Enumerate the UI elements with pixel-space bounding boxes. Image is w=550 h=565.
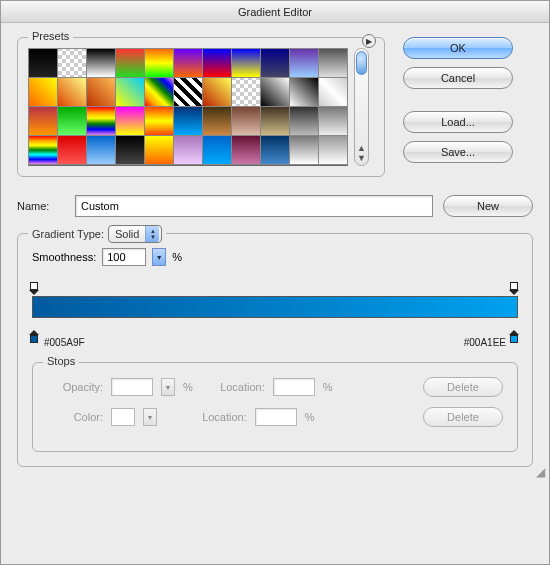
- preset-swatch[interactable]: [87, 107, 115, 135]
- preset-swatch[interactable]: [232, 49, 260, 77]
- gradient-editor-dialog: Gradient Editor Presets ▶ ▲ ▼: [0, 0, 550, 565]
- preset-swatch[interactable]: [116, 78, 144, 106]
- presets-menu-icon[interactable]: ▶: [362, 34, 376, 48]
- opacity-input: [111, 378, 153, 396]
- preset-swatch[interactable]: [319, 78, 347, 106]
- preset-swatch[interactable]: [145, 136, 173, 164]
- color-label: Color:: [47, 411, 103, 423]
- preset-swatch[interactable]: [203, 49, 231, 77]
- preset-swatch[interactable]: [145, 49, 173, 77]
- preset-swatch[interactable]: [58, 136, 86, 164]
- preset-swatch[interactable]: [232, 136, 260, 164]
- color-location-label: Location:: [183, 411, 247, 423]
- preset-swatch[interactable]: [145, 107, 173, 135]
- preset-swatch[interactable]: [174, 49, 202, 77]
- dialog-title: Gradient Editor: [238, 6, 312, 18]
- preset-swatch[interactable]: [232, 107, 260, 135]
- smoothness-input[interactable]: [102, 248, 146, 266]
- opacity-location-label: Location:: [201, 381, 265, 393]
- preset-swatch[interactable]: [319, 49, 347, 77]
- preset-swatch[interactable]: [290, 49, 318, 77]
- preset-swatch[interactable]: [174, 136, 202, 164]
- opacity-dropdown-icon: ▼: [161, 378, 175, 396]
- gradient-type-group: Gradient Type: Solid ▲▼ Smoothness: ▼ %: [17, 233, 533, 467]
- cancel-button[interactable]: Cancel: [403, 67, 513, 89]
- preset-swatch[interactable]: [203, 136, 231, 164]
- preset-swatch[interactable]: [319, 136, 347, 164]
- titlebar[interactable]: Gradient Editor: [1, 1, 549, 23]
- hex-end-label: #00A1EE: [464, 337, 506, 348]
- dialog-content: Presets ▶ ▲ ▼ OK Cancel Lo: [1, 23, 549, 483]
- stops-group: Stops Opacity: ▼ % Location: % Delete Co…: [32, 362, 518, 452]
- preset-swatch[interactable]: [232, 78, 260, 106]
- preset-swatch[interactable]: [116, 107, 144, 135]
- save-button[interactable]: Save...: [403, 141, 513, 163]
- gradient-type-label: Gradient Type:: [32, 228, 104, 240]
- preset-swatch[interactable]: [58, 49, 86, 77]
- gradient-bar[interactable]: [32, 296, 518, 318]
- color-dropdown-icon: ▼: [143, 408, 157, 426]
- opacity-delete-button: Delete: [423, 377, 503, 397]
- color-stop-right[interactable]: [510, 330, 520, 342]
- preset-swatch[interactable]: [87, 49, 115, 77]
- preset-swatch[interactable]: [116, 136, 144, 164]
- preset-swatch[interactable]: [174, 107, 202, 135]
- preset-swatch[interactable]: [87, 78, 115, 106]
- name-label: Name:: [17, 200, 65, 212]
- preset-swatch[interactable]: [29, 49, 57, 77]
- stops-label: Stops: [43, 355, 79, 367]
- resize-grip-icon[interactable]: ◢: [536, 465, 545, 479]
- preset-swatch[interactable]: [290, 136, 318, 164]
- preset-swatch[interactable]: [290, 107, 318, 135]
- opacity-stop-left[interactable]: [30, 282, 40, 294]
- opacity-location-input: [273, 378, 315, 396]
- name-input[interactable]: [75, 195, 433, 217]
- presets-scrollbar[interactable]: ▲ ▼: [354, 48, 369, 166]
- color-stop-left[interactable]: [30, 330, 40, 342]
- preset-swatch[interactable]: [290, 78, 318, 106]
- gradient-type-select[interactable]: Solid ▲▼: [108, 225, 162, 243]
- presets-grid[interactable]: [28, 48, 348, 166]
- preset-swatch[interactable]: [203, 107, 231, 135]
- new-button[interactable]: New: [443, 195, 533, 217]
- preset-swatch[interactable]: [261, 78, 289, 106]
- smoothness-label: Smoothness:: [32, 251, 96, 263]
- preset-swatch[interactable]: [116, 49, 144, 77]
- preset-swatch[interactable]: [261, 107, 289, 135]
- presets-label: Presets: [28, 30, 73, 42]
- preset-swatch[interactable]: [29, 136, 57, 164]
- gradient-type-value: Solid: [115, 228, 139, 240]
- scroll-up-icon[interactable]: ▲: [357, 143, 366, 153]
- preset-swatch[interactable]: [58, 107, 86, 135]
- color-swatch: [111, 408, 135, 426]
- preset-swatch[interactable]: [261, 136, 289, 164]
- scrollbar-thumb[interactable]: [356, 51, 367, 75]
- preset-swatch[interactable]: [145, 78, 173, 106]
- preset-swatch[interactable]: [319, 107, 347, 135]
- preset-swatch[interactable]: [29, 107, 57, 135]
- smoothness-stepper[interactable]: ▼: [152, 248, 166, 266]
- preset-swatch[interactable]: [87, 136, 115, 164]
- load-button[interactable]: Load...: [403, 111, 513, 133]
- preset-swatch[interactable]: [58, 78, 86, 106]
- percent-label: %: [172, 251, 182, 263]
- preset-swatch[interactable]: [29, 78, 57, 106]
- scroll-down-icon[interactable]: ▼: [357, 153, 366, 163]
- gradient-bar-area: #005A9F #00A1EE: [32, 282, 518, 342]
- color-delete-button: Delete: [423, 407, 503, 427]
- preset-swatch[interactable]: [261, 49, 289, 77]
- hex-start-label: #005A9F: [44, 337, 85, 348]
- chevron-updown-icon: ▲▼: [145, 226, 159, 242]
- preset-swatch[interactable]: [174, 78, 202, 106]
- ok-button[interactable]: OK: [403, 37, 513, 59]
- color-location-input: [255, 408, 297, 426]
- preset-swatch[interactable]: [203, 78, 231, 106]
- opacity-label: Opacity:: [47, 381, 103, 393]
- presets-group: Presets ▶ ▲ ▼: [17, 37, 385, 177]
- opacity-stop-right[interactable]: [510, 282, 520, 294]
